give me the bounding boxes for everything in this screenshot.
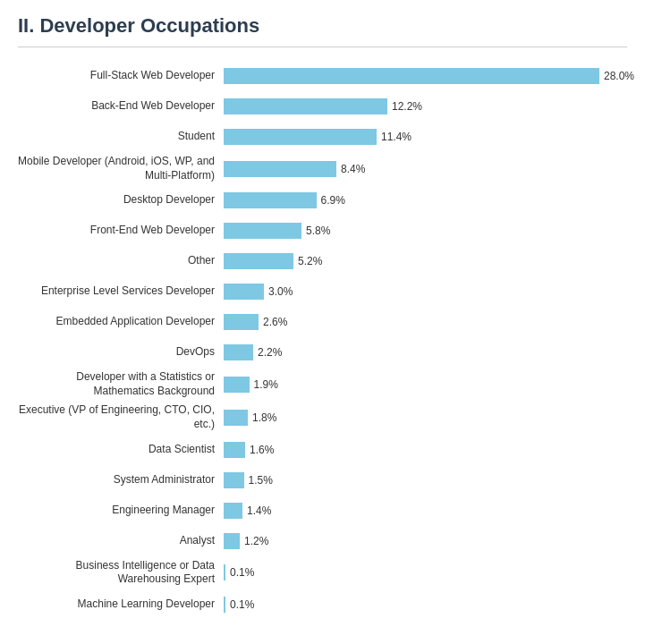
bar-value-label: 0.1%	[230, 566, 254, 579]
bar-label-text: Desktop Developer	[18, 193, 224, 208]
bar	[224, 472, 244, 488]
chart-row: Full-Stack Web Developer28.0%	[18, 64, 627, 89]
bar	[224, 284, 264, 300]
bar-label-text: Full-Stack Web Developer	[18, 69, 224, 83]
bar-label-text: System Administrator	[18, 473, 224, 487]
bar-label-text: Engineering Manager	[18, 504, 224, 518]
bar	[224, 68, 599, 84]
bar-label-text: Machine Learning Developer	[18, 597, 224, 612]
bar-label-text: Embedded Application Developer	[18, 315, 224, 329]
bar-area: 1.2%	[224, 533, 627, 549]
chart-row: Embedded Application Developer2.6%	[18, 309, 627, 335]
bar-label-text: Developer with a Statistics or Mathemati…	[18, 370, 224, 398]
bar-area: 2.2%	[224, 344, 627, 360]
bar-value-label: 5.2%	[298, 255, 322, 267]
bar-area: 1.4%	[224, 503, 627, 519]
chart-row: Back-End Web Developer12.2%	[18, 94, 627, 119]
bar-label-text: DevOps	[18, 345, 224, 360]
chart-row: Machine Learning Developer0.1%	[18, 592, 627, 617]
bar	[224, 503, 242, 519]
bar-value-label: 1.9%	[254, 378, 278, 391]
bar	[224, 223, 301, 239]
bar-area: 28.0%	[224, 68, 634, 84]
bar-label-text: Other	[18, 254, 224, 268]
bar-value-label: 2.2%	[258, 346, 282, 359]
bar-value-label: 8.4%	[341, 163, 365, 175]
bar-value-label: 6.9%	[321, 194, 345, 207]
bar-value-label: 11.4%	[381, 131, 412, 143]
bar-value-label: 5.8%	[306, 225, 330, 237]
bar-value-label: 1.2%	[244, 535, 268, 547]
bar	[224, 98, 387, 114]
chart-row: Business Intelligence or Data Warehousin…	[18, 559, 627, 587]
bar-value-label: 1.8%	[252, 411, 276, 424]
bar-label-text: Mobile Developer (Android, iOS, WP, and …	[18, 155, 224, 182]
bar-value-label: 28.0%	[604, 70, 634, 82]
bar-area: 1.9%	[224, 377, 627, 393]
bar-area: 1.5%	[224, 472, 627, 488]
bar-label-text: Front-End Web Developer	[18, 224, 224, 238]
bar	[224, 161, 336, 177]
chart-row: Mobile Developer (Android, iOS, WP, and …	[18, 155, 627, 182]
bar	[224, 377, 250, 393]
chart-row: DevOps2.2%	[18, 340, 627, 365]
chart-row: Developer with a Statistics or Mathemati…	[18, 370, 627, 398]
bar	[224, 314, 259, 330]
bar	[224, 192, 317, 208]
chart-row: Engineering Manager1.4%	[18, 498, 627, 523]
bar-area: 0.1%	[224, 597, 627, 613]
bar-label-text: Enterprise Level Services Developer	[18, 284, 224, 299]
chart-row: Student11.4%	[18, 124, 627, 149]
section-divider	[18, 47, 627, 47]
bar-area: 5.8%	[224, 223, 627, 239]
bar-area: 3.0%	[224, 284, 627, 300]
chart-row: Data Scientist1.6%	[18, 437, 627, 462]
chart-row: Desktop Developer6.9%	[18, 188, 627, 213]
bar-area: 8.4%	[224, 161, 627, 177]
bar-area: 12.2%	[224, 98, 627, 114]
bar-label-text: Data Scientist	[18, 443, 224, 457]
bar-label-text: Executive (VP of Engineering, CTO, CIO, …	[18, 403, 224, 431]
bar-label-text: Back-End Web Developer	[18, 99, 224, 114]
bar	[224, 442, 245, 458]
bar	[224, 533, 240, 549]
bar-chart: Full-Stack Web Developer28.0%Back-End We…	[18, 64, 627, 617]
bar-value-label: 0.1%	[230, 598, 254, 611]
bar	[224, 253, 293, 269]
bar-label-text: Analyst	[18, 534, 224, 548]
bar-value-label: 1.5%	[249, 474, 273, 487]
bar-value-label: 1.4%	[247, 504, 271, 517]
bar-value-label: 1.6%	[250, 444, 274, 456]
bar-area: 11.4%	[224, 129, 627, 145]
section-title: II. Developer Occupations	[18, 14, 627, 38]
bar-area: 2.6%	[224, 314, 627, 330]
chart-row: System Administrator1.5%	[18, 468, 627, 493]
bar	[224, 129, 377, 145]
bar-value-label: 2.6%	[263, 316, 287, 328]
bar-label-text: Business Intelligence or Data Warehousin…	[18, 559, 224, 587]
bar-area: 5.2%	[224, 253, 627, 269]
bar-label-text: Student	[18, 130, 224, 144]
bar	[224, 597, 225, 613]
bar-area: 1.6%	[224, 442, 627, 458]
chart-row: Analyst1.2%	[18, 529, 627, 554]
bar	[224, 564, 225, 580]
bar-area: 1.8%	[224, 410, 627, 426]
bar-area: 0.1%	[224, 564, 627, 580]
chart-row: Enterprise Level Services Developer3.0%	[18, 279, 627, 304]
chart-row: Other5.2%	[18, 249, 627, 274]
chart-row: Front-End Web Developer5.8%	[18, 218, 627, 243]
bar-value-label: 12.2%	[392, 100, 422, 113]
bar	[224, 344, 253, 360]
bar-value-label: 3.0%	[268, 285, 293, 298]
bar	[224, 410, 248, 426]
bar-area: 6.9%	[224, 192, 627, 208]
chart-row: Executive (VP of Engineering, CTO, CIO, …	[18, 403, 627, 431]
